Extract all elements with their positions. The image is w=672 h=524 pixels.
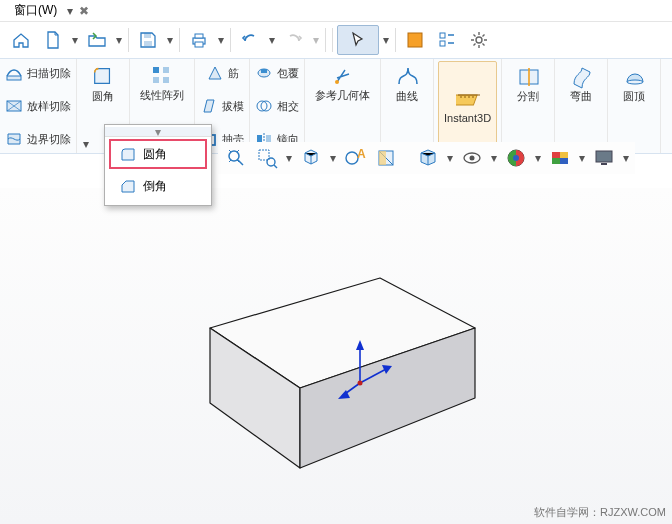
split-button[interactable]: 分割 [506,61,550,108]
zoom-area-button[interactable] [253,144,281,172]
save-button[interactable] [133,25,163,55]
svg-rect-41 [560,152,568,158]
svg-rect-43 [560,158,568,164]
orange-button[interactable] [400,25,430,55]
boundary-cut-button[interactable]: 边界切除 [0,127,76,151]
fillet-icon-small [119,145,137,163]
list-button[interactable] [432,25,462,55]
svg-rect-44 [596,151,612,162]
dropdown-handle[interactable]: ▾ [105,127,211,137]
zoom-dd[interactable]: ▾ [284,151,294,165]
bend-icon [569,65,593,89]
rib-icon [206,64,224,82]
curves-icon [395,65,419,89]
home-button[interactable] [6,25,36,55]
view-orient-button[interactable] [297,144,325,172]
svg-rect-4 [195,42,203,47]
cursor-icon [348,30,368,50]
scene-dd[interactable]: ▾ [577,151,587,165]
zoom-fit-button[interactable] [222,144,250,172]
instant3d-button[interactable]: Instant3D [438,61,497,151]
dropdown-fillet[interactable]: 圆角 [109,139,207,169]
view-orient-dd[interactable]: ▾ [328,151,338,165]
ribbon: 扫描切除 放样切除 边界切除 圆角 ▾ 线性阵列 ▾ 筋 [0,58,672,154]
svg-point-30 [267,158,275,166]
boundary-cut-icon [5,130,23,148]
scene-button[interactable] [546,144,574,172]
svg-rect-6 [440,33,445,38]
section-button[interactable] [372,144,400,172]
bend-button[interactable]: 弯曲 [559,61,603,108]
svg-point-23 [335,80,339,84]
redo-button[interactable] [279,25,309,55]
eye-icon [461,147,483,169]
svg-rect-40 [552,152,560,158]
svg-rect-12 [163,67,169,73]
hide-show-button[interactable] [458,144,486,172]
print-icon [189,30,209,50]
svg-text:A: A [357,147,366,161]
save-icon [138,30,158,50]
new-dd[interactable]: ▾ [70,33,80,47]
linear-pattern-button[interactable]: 线性阵列 [134,61,190,105]
svg-point-26 [627,80,643,84]
home-icon [11,30,31,50]
loft-cut-button[interactable]: 放样切除 [0,94,76,118]
open-button[interactable] [82,25,112,55]
monitor-icon [593,147,615,169]
list-icon [437,30,457,50]
new-button[interactable] [38,25,68,55]
redo-dd[interactable]: ▾ [311,33,321,47]
linear-pattern-label: 线性阵列 [140,89,184,101]
section-icon [375,147,397,169]
menu-window-dd[interactable]: ▾ [65,4,75,18]
appearance-dd[interactable]: ▾ [533,151,543,165]
svg-point-28 [229,151,239,161]
render-style-button[interactable] [414,144,442,172]
menu-window[interactable]: 窗口(W) [6,0,65,21]
scan-cut-button[interactable]: 扫描切除 [0,61,76,85]
svg-point-36 [470,156,475,161]
dropdown-fillet-label: 圆角 [143,146,167,163]
draft-button[interactable]: 拔模 [195,94,249,118]
scan-cut-icon [5,64,23,82]
dome-button[interactable]: 圆顶 [612,61,656,108]
appearance-button[interactable] [502,144,530,172]
render-dd[interactable]: ▾ [445,151,455,165]
view-orient-icon [300,147,322,169]
ref-geom-button[interactable]: 参考几何体 [309,61,376,105]
dropdown-chamfer[interactable]: 倒角 [109,171,207,201]
fillet-button[interactable]: 圆角 [81,61,125,108]
curves-button[interactable]: 曲线 [385,61,429,108]
zoom-fit-icon [225,147,247,169]
print-button[interactable] [184,25,214,55]
gear-icon [469,30,489,50]
new-icon [43,30,63,50]
svg-point-8 [476,37,482,43]
dropdown-chamfer-label: 倒角 [143,178,167,195]
rib-button[interactable]: 筋 [195,61,249,85]
thicken-button[interactable]: 加厚 [665,61,672,108]
3d-viewport[interactable] [0,188,672,524]
open-icon [87,30,107,50]
open-dd[interactable]: ▾ [114,33,124,47]
select-button[interactable] [337,25,379,55]
display-dd[interactable]: ▾ [621,151,631,165]
select-dd[interactable]: ▾ [381,33,391,47]
print-dd[interactable]: ▾ [216,33,226,47]
save-dd[interactable]: ▾ [165,33,175,47]
hide-show-dd[interactable]: ▾ [489,151,499,165]
wrap-button[interactable]: 包覆 [250,61,304,85]
ref-geom-icon [331,65,355,89]
intersect-button[interactable]: 相交 [250,94,304,118]
fillet-icon [91,65,115,89]
display-style-button[interactable]: A [341,144,369,172]
undo-button[interactable] [235,25,265,55]
undo-dd[interactable]: ▾ [267,33,277,47]
scene-icon [549,147,571,169]
chamfer-icon [119,177,137,195]
settings-button[interactable] [464,25,494,55]
display-button[interactable] [590,144,618,172]
svg-rect-42 [552,158,560,164]
fillet-dd[interactable]: ▾ [81,137,91,151]
